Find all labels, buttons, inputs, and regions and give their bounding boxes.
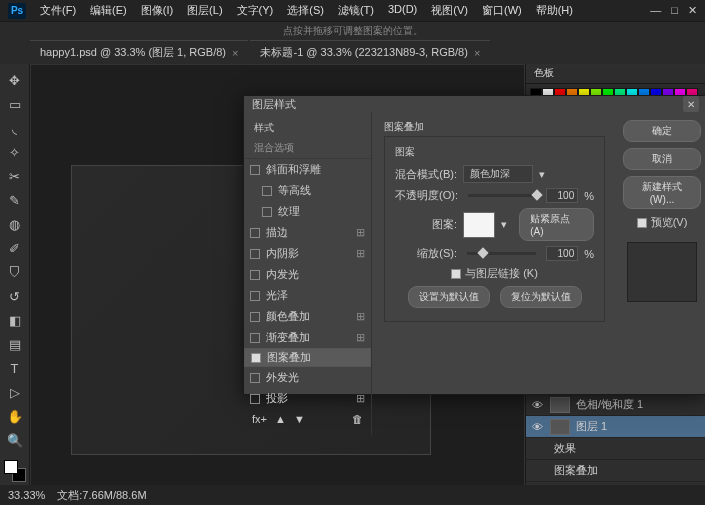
history-brush-icon[interactable]: ↺ xyxy=(3,285,27,307)
menu-select[interactable]: 选择(S) xyxy=(281,1,330,20)
menu-file[interactable]: 文件(F) xyxy=(34,1,82,20)
fx-item[interactable]: 颜色叠加⊞ xyxy=(244,306,371,327)
opacity-slider[interactable] xyxy=(468,194,536,197)
menu-view[interactable]: 视图(V) xyxy=(425,1,474,20)
layer-row[interactable]: 图案叠加 xyxy=(526,460,705,482)
eyedropper-tool-icon[interactable]: ✎ xyxy=(3,189,27,211)
fx-checkbox[interactable] xyxy=(262,207,272,217)
fx-item[interactable]: 投影⊞ xyxy=(244,388,371,409)
fx-label: 斜面和浮雕 xyxy=(266,162,321,177)
fx-checkbox[interactable] xyxy=(250,270,260,280)
fx-item[interactable]: 外发光 xyxy=(244,367,371,388)
layer-row[interactable]: 效果 xyxy=(526,438,705,460)
fx-checkbox[interactable] xyxy=(250,373,260,383)
fx-item[interactable]: 渐变叠加⊞ xyxy=(244,327,371,348)
fx-item[interactable]: 光泽 xyxy=(244,285,371,306)
gradient-tool-icon[interactable]: ▤ xyxy=(3,333,27,355)
blending-options[interactable]: 混合选项 xyxy=(244,138,371,159)
stamp-tool-icon[interactable]: ⛉ xyxy=(3,261,27,283)
reset-default-button[interactable]: 复位为默认值 xyxy=(500,286,582,308)
blend-mode-label: 混合模式(B): xyxy=(395,167,457,182)
make-default-button[interactable]: 设置为默认值 xyxy=(408,286,490,308)
fx-item[interactable]: 内发光 xyxy=(244,264,371,285)
preview-checkbox[interactable] xyxy=(637,218,647,228)
fx-add-instance-icon[interactable]: ⊞ xyxy=(356,226,365,239)
fx-checkbox[interactable] xyxy=(250,249,260,259)
doc-tab-1[interactable]: 未标题-1 @ 33.3% (223213N89-3, RGB/8)× xyxy=(250,40,490,64)
fx-checkbox[interactable] xyxy=(250,312,260,322)
fx-add-instance-icon[interactable]: ⊞ xyxy=(356,247,365,260)
scale-value[interactable]: 100 xyxy=(546,246,578,261)
doc-tab-label: happy1.psd @ 33.3% (图层 1, RGB/8) xyxy=(40,45,226,60)
lasso-tool-icon[interactable]: ◟ xyxy=(3,117,27,139)
maximize-icon[interactable]: □ xyxy=(671,4,678,17)
fx-label: 等高线 xyxy=(278,183,311,198)
fx-item[interactable]: 等高线 xyxy=(244,180,371,201)
opacity-value[interactable]: 100 xyxy=(546,188,578,203)
fx-add-instance-icon[interactable]: ⊞ xyxy=(356,331,365,344)
menu-image[interactable]: 图像(I) xyxy=(135,1,179,20)
fx-add-instance-icon[interactable]: ⊞ xyxy=(356,392,365,405)
doc-tab-0[interactable]: happy1.psd @ 33.3% (图层 1, RGB/8)× xyxy=(30,40,248,64)
fx-add-icon[interactable]: fx+ xyxy=(252,413,267,425)
move-tool-icon[interactable]: ✥ xyxy=(3,69,27,91)
menu-edit[interactable]: 编辑(E) xyxy=(84,1,133,20)
fx-add-instance-icon[interactable]: ⊞ xyxy=(356,310,365,323)
fx-checkbox[interactable] xyxy=(250,291,260,301)
dialog-buttons: 确定 取消 新建样式(W)... 预览(V) xyxy=(617,112,705,435)
chevron-down-icon[interactable]: ▾ xyxy=(539,168,545,181)
blend-mode-select[interactable]: 颜色加深 xyxy=(463,165,533,183)
ok-button[interactable]: 确定 xyxy=(623,120,701,142)
menu-filter[interactable]: 滤镜(T) xyxy=(332,1,380,20)
fx-label: 渐变叠加 xyxy=(266,330,310,345)
fx-checkbox[interactable] xyxy=(250,394,260,404)
fx-settings: 图案叠加 图案 混合模式(B): 颜色加深 ▾ 不透明度(O): 100 % 图… xyxy=(372,112,617,435)
marquee-tool-icon[interactable]: ▭ xyxy=(3,93,27,115)
doc-info: 文档:7.66M/88.6M xyxy=(57,488,146,503)
dialog-close-icon[interactable]: ✕ xyxy=(683,96,699,112)
fx-checkbox[interactable] xyxy=(250,333,260,343)
brush-tool-icon[interactable]: ✐ xyxy=(3,237,27,259)
hand-tool-icon[interactable]: ✋ xyxy=(3,405,27,427)
heal-tool-icon[interactable]: ◍ xyxy=(3,213,27,235)
color-swatch[interactable] xyxy=(4,460,26,482)
menu-type[interactable]: 文字(Y) xyxy=(231,1,280,20)
pattern-dropdown-icon[interactable]: ▾ xyxy=(501,218,507,231)
fx-item[interactable]: 内阴影⊞ xyxy=(244,243,371,264)
tab-close-icon[interactable]: × xyxy=(232,47,238,59)
menu-bar: 文件(F) 编辑(E) 图像(I) 图层(L) 文字(Y) 选择(S) 滤镜(T… xyxy=(34,1,579,20)
scale-slider[interactable] xyxy=(467,252,536,255)
swatches-panel-title[interactable]: 色板 xyxy=(526,64,705,84)
fx-trash-icon[interactable]: 🗑 xyxy=(352,413,363,425)
menu-window[interactable]: 窗口(W) xyxy=(476,1,528,20)
fx-item[interactable]: 图案叠加 xyxy=(244,348,371,367)
pattern-picker[interactable] xyxy=(463,212,495,238)
minimize-icon[interactable]: — xyxy=(650,4,661,17)
new-style-button[interactable]: 新建样式(W)... xyxy=(623,176,701,209)
zoom-level[interactable]: 33.33% xyxy=(8,489,45,501)
fx-checkbox[interactable] xyxy=(250,165,260,175)
crop-tool-icon[interactable]: ✂ xyxy=(3,165,27,187)
fx-up-icon[interactable]: ▲ xyxy=(275,413,286,425)
menu-layer[interactable]: 图层(L) xyxy=(181,1,228,20)
zoom-tool-icon[interactable]: 🔍 xyxy=(3,429,27,451)
fx-checkbox[interactable] xyxy=(262,186,272,196)
type-tool-icon[interactable]: T xyxy=(3,357,27,379)
fx-item[interactable]: 斜面和浮雕 xyxy=(244,159,371,180)
snap-origin-button[interactable]: 贴紧原点 (A) xyxy=(519,208,594,241)
tab-close-icon[interactable]: × xyxy=(474,47,480,59)
fx-checkbox[interactable] xyxy=(250,228,260,238)
path-tool-icon[interactable]: ▷ xyxy=(3,381,27,403)
close-icon[interactable]: ✕ xyxy=(688,4,697,17)
cancel-button[interactable]: 取消 xyxy=(623,148,701,170)
menu-3d[interactable]: 3D(D) xyxy=(382,1,423,20)
eraser-tool-icon[interactable]: ◧ xyxy=(3,309,27,331)
fx-down-icon[interactable]: ▼ xyxy=(294,413,305,425)
link-checkbox[interactable] xyxy=(451,269,461,279)
wand-tool-icon[interactable]: ✧ xyxy=(3,141,27,163)
layer-name: 图案叠加 xyxy=(554,463,598,478)
menu-help[interactable]: 帮助(H) xyxy=(530,1,579,20)
fx-checkbox[interactable] xyxy=(251,353,261,363)
fx-item[interactable]: 纹理 xyxy=(244,201,371,222)
fx-item[interactable]: 描边⊞ xyxy=(244,222,371,243)
